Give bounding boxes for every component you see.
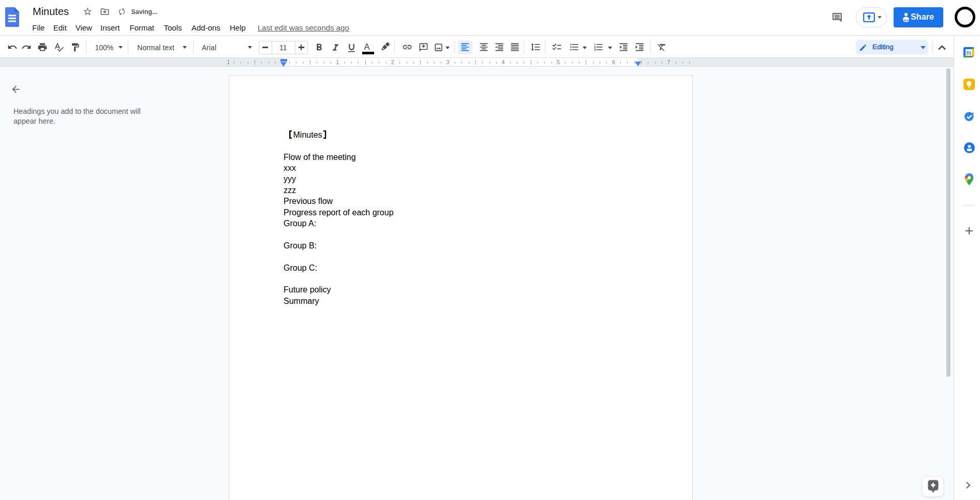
svg-text:31: 31 (966, 50, 971, 55)
